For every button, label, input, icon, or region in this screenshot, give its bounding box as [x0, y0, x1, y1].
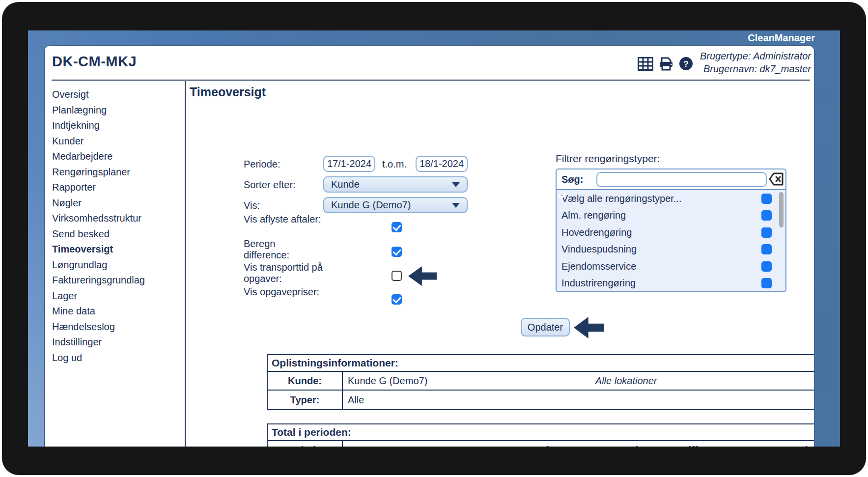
sidebar-item-rengoeringsplaner[interactable]: Rengøringsplaner — [52, 165, 185, 180]
total-table-header-row: Periode: Afsat: Anvendt: Difference: Opg… — [268, 441, 814, 447]
filter-item-checkbox[interactable] — [761, 244, 772, 254]
print-icon[interactable] — [658, 57, 674, 73]
sidebar: Oversigt Planlægning Indtjekning Kunder … — [45, 81, 185, 447]
vis-label: Vis: — [244, 200, 260, 211]
filter-item-label: Hovedrengøring — [561, 227, 632, 238]
search-label: Søg: — [561, 174, 583, 185]
filter-list: Vælg alle rengøringstyper... Alm. rengør… — [557, 190, 785, 292]
periode-label: Periode: — [244, 159, 280, 170]
sidebar-item-planlaegning[interactable]: Planlægning — [52, 103, 185, 118]
sidebar-item-lager[interactable]: Lager — [52, 288, 185, 304]
filter-scrollbar[interactable] — [779, 192, 784, 227]
info-table: Oplistningsinformationer: Kunde: Kunde G… — [267, 354, 814, 410]
filter-box: Søg: Vælg alle rengøringstyper... Alm. r… — [556, 168, 786, 292]
sidebar-item-indtjekning[interactable]: Indtjekning — [52, 118, 185, 134]
sidebar-item-send-besked[interactable]: Send besked — [52, 226, 185, 242]
brand-bar: CleanManager — [28, 30, 840, 45]
vis-aflyste-aftaler-label: Vis aflyste aftaler: — [244, 214, 322, 225]
sidebar-item-noegler[interactable]: Nøgler — [52, 196, 185, 211]
filter-item-industrirengoering[interactable]: Industrirengøring — [557, 275, 785, 292]
filter-item-checkbox[interactable] — [761, 194, 772, 204]
sidebar-item-medarbejdere[interactable]: Medarbejdere — [52, 149, 185, 165]
kunde-row-value: Kunde G (Demo7) — [348, 375, 427, 387]
filter-title: Filtrer rengøringstyper: — [556, 153, 660, 165]
filter-item-label: Ejendomsservice — [561, 261, 636, 272]
filter-item-checkbox[interactable] — [761, 278, 772, 288]
filter-item-label: Vælg alle rengøringstyper... — [561, 193, 682, 204]
filter-item-all[interactable]: Vælg alle rengøringstyper... — [557, 190, 785, 207]
sidebar-item-timeoversigt[interactable]: Timeoversigt — [52, 242, 185, 257]
col-difference: Difference: — [663, 445, 751, 447]
total-table-title: Total i perioden: — [268, 424, 814, 441]
sorter-efter-value: Kunde — [331, 179, 360, 190]
sorter-efter-dropdown[interactable]: Kunde — [323, 176, 468, 193]
sidebar-item-log-ud[interactable]: Log ud — [52, 350, 185, 366]
sidebar-item-loengrundlag[interactable]: Løngrundlag — [52, 257, 185, 273]
col-afsat: Afsat: — [520, 445, 584, 447]
vis-opgavepriser-checkbox[interactable] — [392, 294, 402, 305]
date-to-input[interactable] — [416, 156, 468, 172]
vis-transporttid-checkbox[interactable] — [392, 271, 402, 281]
svg-text:?: ? — [683, 59, 688, 69]
filter-item-checkbox[interactable] — [761, 227, 772, 238]
desktop-background: CleanManager DK-CM-MKJ ? — [28, 30, 840, 447]
filter-item-ejendomsservice[interactable]: Ejendomsservice — [557, 258, 785, 275]
table-row: Kunde: Kunde G (Demo7) Alle lokationer — [268, 372, 814, 391]
sidebar-item-faktureringsgrundlag[interactable]: Faktureringsgrundlag — [52, 273, 185, 288]
device-frame: CleanManager DK-CM-MKJ ? — [2, 2, 866, 475]
sidebar-item-haendelseslog[interactable]: Hændelseslog — [52, 319, 185, 335]
filter-item-alm-rengoering[interactable]: Alm. rengøring — [557, 207, 785, 224]
page-title: Timeoversigt — [190, 85, 266, 99]
brand-label: CleanManager — [748, 32, 815, 44]
kunde-row-note: Alle lokationer — [427, 375, 814, 387]
typer-row-label: Typer: — [268, 391, 343, 409]
vis-transporttid-label: Vis transporttid på opgaver: — [244, 262, 327, 284]
sorter-efter-label: Sorter efter: — [244, 179, 296, 191]
filter-item-checkbox[interactable] — [761, 210, 772, 221]
user-name-label: Brugernavn: dk7_master — [700, 62, 811, 75]
app-title: DK-CM-MKJ — [52, 54, 137, 70]
filter-item-vinduespudsning[interactable]: Vinduespudsning — [557, 241, 785, 258]
col-periode: Periode: — [268, 441, 343, 447]
vis-aflyste-aftaler-checkbox[interactable] — [392, 222, 402, 232]
window-header: DK-CM-MKJ ? Brugertype: — [45, 46, 814, 80]
header-divider — [52, 80, 810, 81]
chevron-down-icon — [452, 203, 460, 208]
col-opgavepris: Opgavepris: — [751, 445, 814, 447]
sidebar-item-oversigt[interactable]: Oversigt — [52, 87, 185, 103]
chevron-down-icon — [452, 182, 460, 187]
filter-item-hovedrengoering[interactable]: Hovedrengøring — [557, 224, 785, 241]
sidebar-item-indstillinger[interactable]: Indstillinger — [52, 335, 185, 350]
sidebar-item-virksomhedsstruktur[interactable]: Virksomhedsstruktur — [52, 211, 185, 226]
info-table-title: Oplistningsinformationer: — [268, 355, 814, 372]
filter-item-label: Alm. rengøring — [561, 210, 626, 221]
annotation-arrow-button-icon — [574, 317, 604, 338]
filter-search-row: Søg: — [557, 169, 785, 190]
opdater-button[interactable]: Opdater — [521, 318, 570, 337]
date-from-input[interactable] — [323, 156, 375, 172]
filter-item-label: Vinduespudsning — [561, 244, 637, 255]
total-table: Total i perioden: Periode: Afsat: Anvend… — [267, 423, 814, 447]
kunde-row-label: Kunde: — [268, 372, 343, 390]
col-anvendt: Anvendt: — [584, 445, 663, 447]
typer-row-value: Alle — [348, 394, 364, 406]
sidebar-item-mine-data[interactable]: Mine data — [52, 304, 185, 319]
beregn-difference-checkbox[interactable] — [392, 247, 402, 257]
sidebar-item-rapporter[interactable]: Rapporter — [52, 180, 185, 196]
annotation-arrow-checkbox-icon — [408, 266, 437, 286]
main-content: Timeoversigt Periode: t.o.m. Sorter efte… — [186, 81, 814, 447]
clear-search-icon[interactable] — [769, 172, 784, 187]
help-icon[interactable]: ? — [679, 56, 693, 73]
tom-label: t.o.m. — [382, 159, 407, 170]
table-view-icon[interactable] — [638, 57, 653, 73]
filter-item-checkbox[interactable] — [761, 261, 772, 272]
vis-value: Kunde G (Demo7) — [331, 199, 411, 211]
sidebar-item-kunder[interactable]: Kunder — [52, 134, 185, 149]
user-type-label: Brugertype: Administrator — [700, 50, 811, 62]
vis-opgavepriser-label: Vis opgavepriser: — [244, 286, 322, 298]
app-window: DK-CM-MKJ ? Brugertype: — [44, 45, 814, 447]
vis-dropdown[interactable]: Kunde G (Demo7) — [323, 197, 468, 213]
table-row: Typer: Alle — [268, 391, 814, 409]
filter-item-label: Industrirengøring — [561, 278, 636, 289]
search-input[interactable] — [596, 172, 767, 187]
